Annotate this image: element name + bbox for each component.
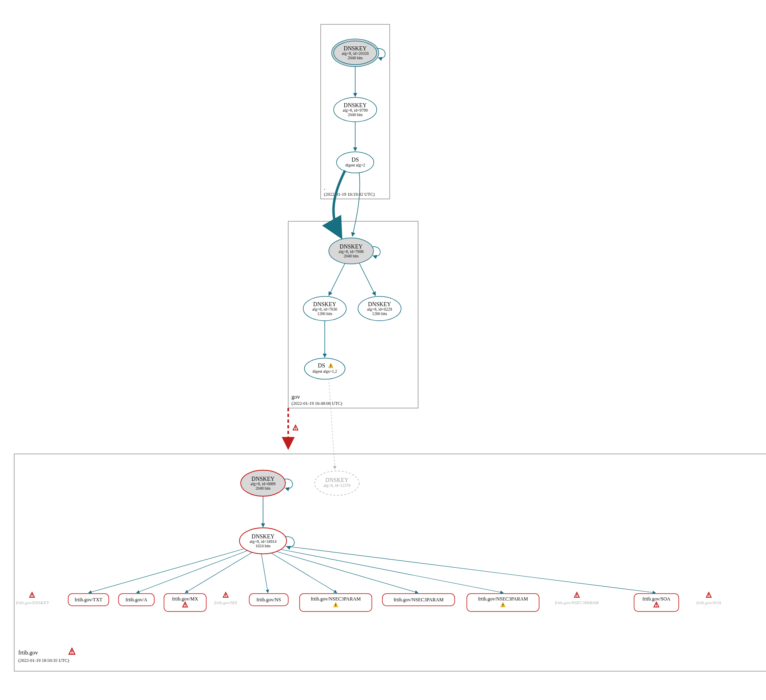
zone-gov-timestamp: (2022-01-19 16:48:08 UTC) — [291, 401, 343, 406]
root-ds: DS digest alg=2 — [337, 152, 374, 173]
warning-icon — [293, 425, 298, 430]
warning-icon — [223, 592, 228, 597]
svg-text:1280 bits: 1280 bits — [317, 311, 332, 316]
record-txt: frtib.gov/TXT — [68, 594, 109, 606]
edge — [359, 263, 375, 296]
zone-frtib-timestamp: (2022-01-19 18:50:35 UTC) — [18, 658, 69, 663]
record-mx: frtib.gov/MX — [164, 594, 206, 611]
svg-text:DS: DS — [318, 363, 325, 369]
root-dnskey-9799: DNSKEY alg=8, id=9799 2048 bits — [334, 97, 377, 122]
svg-text:frtib.gov/A: frtib.gov/A — [125, 597, 147, 603]
svg-text:alg=8, id=20326: alg=8, id=20326 — [342, 51, 369, 56]
svg-text:frtib.gov/NSEC3PARAM: frtib.gov/NSEC3PARAM — [478, 596, 528, 602]
svg-text:DNSKEY: DNSKEY — [344, 102, 367, 108]
gov-ds: DS digest algs=1,2 — [304, 358, 345, 379]
frtib-dnskey-12379-ghost: DNSKEY alg=8, id=12379 — [315, 471, 359, 495]
edge — [329, 263, 345, 296]
edge-root-gov-thick — [333, 171, 345, 235]
svg-text:digest alg=2: digest alg=2 — [345, 163, 365, 167]
dnssec-graph: . (2022-01-19 16:19:42 UTC) DNSKEY alg=8… — [8, 8, 766, 700]
svg-text:frtib.gov/NS: frtib.gov/NS — [257, 597, 281, 603]
svg-text:alg=8, id=6229: alg=8, id=6229 — [367, 307, 392, 311]
root-dnskey-20326: DNSKEY alg=8, id=20326 2048 bits — [332, 39, 379, 67]
svg-text:DS: DS — [352, 157, 359, 163]
svg-text:DNSKEY: DNSKEY — [326, 477, 349, 483]
record-nsec3-2: frtib.gov/NSEC3PARAM — [382, 594, 455, 606]
ghost-mx: frtib.gov/MX — [214, 600, 238, 605]
gov-dnskey-7030: DNSKEY alg=8, id=7030 1280 bits — [303, 296, 346, 321]
svg-text:2048 bits: 2048 bits — [348, 112, 363, 117]
svg-text:2048 bits: 2048 bits — [344, 254, 359, 258]
svg-text:digest algs=1,2: digest algs=1,2 — [313, 369, 337, 374]
ghost-dnskey: frtib.gov/DNSKEY — [16, 600, 50, 605]
svg-text:DNSKEY: DNSKEY — [368, 301, 391, 307]
svg-text:alg=8, id=12379: alg=8, id=12379 — [324, 483, 350, 488]
svg-text:alg=8, id=6889: alg=8, id=6889 — [250, 482, 275, 486]
svg-text:frtib.gov/NSEC3PARAM: frtib.gov/NSEC3PARAM — [311, 596, 361, 602]
gov-dnskey-7698: DNSKEY alg=8, id=7698 2048 bits — [329, 238, 373, 264]
svg-text:2048 bits: 2048 bits — [256, 486, 271, 490]
edge-gov-frtib-ghost — [329, 379, 335, 469]
edge — [185, 552, 252, 593]
ghost-nsec3: frtib.gov/NSEC3PARAM — [555, 600, 599, 605]
edge — [88, 549, 244, 593]
record-nsec3-1: frtib.gov/NSEC3PARAM — [300, 594, 372, 611]
ghost-soa: frtib.gov/SOA — [697, 600, 721, 605]
svg-text:alg=8, id=34914: alg=8, id=34914 — [250, 539, 276, 544]
zone-frtib-label: frtib.gov — [18, 650, 38, 656]
svg-text:alg=8, id=7030: alg=8, id=7030 — [312, 307, 337, 311]
svg-text:DNSKEY: DNSKEY — [252, 534, 275, 540]
svg-rect-33 — [14, 454, 766, 671]
warning-icon — [69, 648, 75, 654]
zone-root-label: . — [324, 185, 326, 191]
edge — [261, 554, 268, 593]
record-ns: frtib.gov/NS — [249, 594, 288, 606]
zone-gov-label: gov — [291, 394, 300, 400]
svg-text:DNSKEY: DNSKEY — [340, 244, 363, 250]
svg-text:DNSKEY: DNSKEY — [252, 476, 275, 482]
svg-text:frtib.gov/MX: frtib.gov/MX — [172, 596, 199, 602]
zone-frtib: frtib.gov (2022-01-19 18:50:35 UTC) DNSK… — [14, 454, 766, 671]
svg-text:frtib.gov/NSEC3PARAM: frtib.gov/NSEC3PARAM — [393, 597, 444, 603]
svg-text:DNSKEY: DNSKEY — [344, 45, 367, 52]
frtib-dnskey-34914: DNSKEY alg=8, id=34914 1024 bits — [240, 528, 287, 554]
frtib-dnskey-6889: DNSKEY alg=8, id=6889 2048 bits — [241, 470, 285, 496]
zone-gov: gov (2022-01-19 16:48:08 UTC) DNSKEY alg… — [288, 221, 418, 408]
svg-text:1280 bits: 1280 bits — [372, 311, 387, 316]
record-nsec3-3: frtib.gov/NSEC3PARAM — [467, 594, 539, 611]
svg-text:frtib.gov/SOA: frtib.gov/SOA — [643, 596, 671, 602]
svg-text:DNSKEY: DNSKEY — [313, 301, 337, 307]
zone-root: . (2022-01-19 16:19:42 UTC) DNSKEY alg=8… — [321, 24, 390, 199]
zone-root-timestamp: (2022-01-19 16:19:42 UTC) — [324, 192, 375, 197]
edge — [285, 546, 656, 593]
warning-icon — [706, 592, 711, 597]
svg-text:alg=8, id=7698: alg=8, id=7698 — [339, 249, 363, 254]
edge-root-gov — [352, 173, 360, 236]
svg-text:1024 bits: 1024 bits — [256, 544, 271, 548]
warning-icon — [574, 592, 579, 597]
svg-text:2048 bits: 2048 bits — [348, 56, 363, 60]
record-a: frtib.gov/A — [119, 594, 154, 606]
record-soa: frtib.gov/SOA — [634, 594, 679, 611]
gov-dnskey-6229: DNSKEY alg=8, id=6229 1280 bits — [358, 296, 401, 321]
edge — [271, 553, 337, 593]
warning-icon — [30, 592, 35, 597]
edge — [136, 551, 248, 593]
edge — [281, 549, 503, 593]
svg-text:frtib.gov/TXT: frtib.gov/TXT — [75, 597, 103, 603]
svg-point-30 — [304, 358, 345, 379]
svg-text:alg=8, id=9799: alg=8, id=9799 — [343, 108, 367, 112]
